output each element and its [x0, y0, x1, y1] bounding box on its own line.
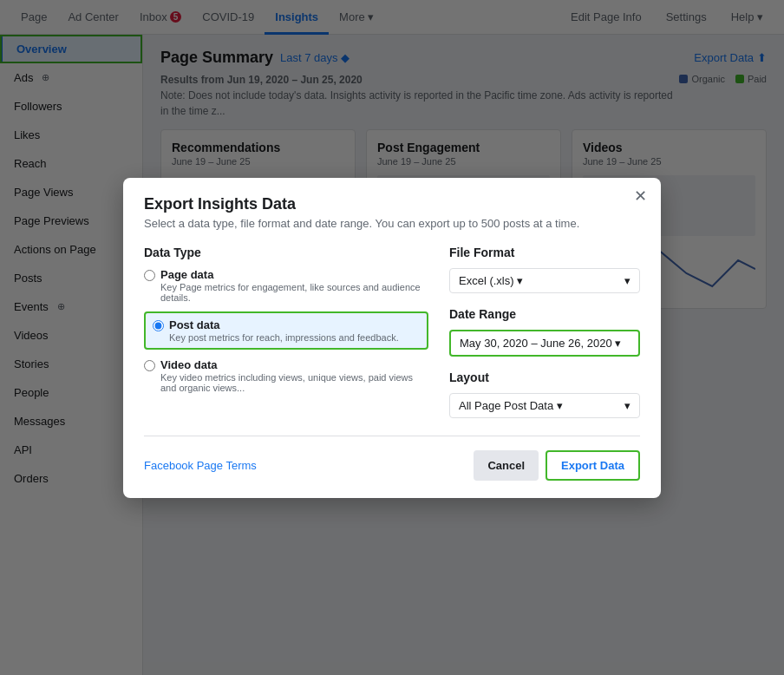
- layout-section-title: Layout: [449, 370, 640, 384]
- chevron-down-icon-2: ▾: [624, 399, 630, 412]
- modal-subtitle: Select a data type, file format and date…: [144, 217, 640, 230]
- data-type-section-title: Data Type: [144, 246, 428, 259]
- modal-footer: Facebook Page Terms Cancel Export Data: [144, 436, 640, 481]
- modal-overlay: ✕ Export Insights Data Select a data typ…: [0, 0, 784, 675]
- file-format-section-title: File Format: [449, 246, 640, 259]
- modal-right: File Format Excel (.xls) ▾ ▾ Date Range …: [449, 246, 640, 418]
- date-range-section-title: Date Range: [449, 307, 640, 321]
- modal-action-buttons: Cancel Export Data: [474, 450, 640, 481]
- radio-post-input[interactable]: [153, 320, 164, 331]
- radio-page-data[interactable]: Page data Key Page metrics for engagemen…: [144, 268, 428, 303]
- layout-dropdown[interactable]: All Page Post Data ▾ ▾: [449, 393, 640, 418]
- radio-page-input[interactable]: [144, 270, 155, 281]
- modal-title: Export Insights Data: [144, 195, 640, 213]
- export-modal: ✕ Export Insights Data Select a data typ…: [123, 178, 661, 498]
- radio-post-data[interactable]: Post data Key post metrics for reach, im…: [144, 311, 428, 350]
- export-data-button[interactable]: Export Data: [546, 450, 640, 481]
- radio-video-input[interactable]: [144, 360, 155, 371]
- radio-video-data[interactable]: Video data Key video metrics including v…: [144, 358, 428, 393]
- modal-left: Data Type Page data Key Page metrics for…: [144, 246, 428, 418]
- modal-close-button[interactable]: ✕: [634, 188, 647, 204]
- cancel-button[interactable]: Cancel: [474, 450, 539, 481]
- file-format-dropdown[interactable]: Excel (.xls) ▾ ▾: [449, 268, 640, 293]
- modal-body: Data Type Page data Key Page metrics for…: [144, 246, 640, 418]
- facebook-page-terms-link[interactable]: Facebook Page Terms: [144, 459, 257, 472]
- date-range-dropdown[interactable]: May 30, 2020 – June 26, 2020 ▾: [449, 330, 640, 357]
- chevron-down-icon: ▾: [624, 274, 630, 287]
